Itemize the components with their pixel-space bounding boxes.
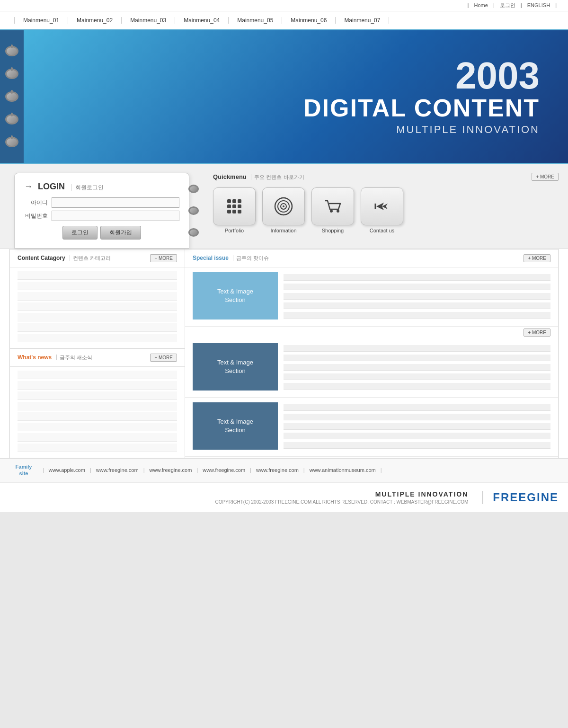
footer-left: MULTIPLE INNOVATION COPYRIGHT(C) 2002-20… <box>9 490 468 505</box>
sep4-icon: | <box>555 2 557 8</box>
information-icon-item[interactable]: Information <box>262 187 305 233</box>
family-link-5[interactable]: www.freegine.com <box>256 467 299 473</box>
top-bar: | Home | 로그인 | ENGLISH | <box>0 0 568 11</box>
nav-item-7[interactable]: Mainmenu_07 <box>336 17 389 24</box>
family-sep-icon: | <box>196 467 198 473</box>
nav-item-6[interactable]: Mainmenu_06 <box>282 17 336 24</box>
nav-item-4[interactable]: Mainmenu_04 <box>175 17 229 24</box>
text-line <box>284 414 550 420</box>
text-line <box>284 364 550 371</box>
login-label: LOGIN <box>38 182 65 191</box>
text-image-box-3: Text & ImageSection <box>193 402 278 450</box>
ring-5 <box>5 137 18 147</box>
ring-1 <box>5 46 18 56</box>
login-button[interactable]: 로그인 <box>62 226 98 240</box>
family-link-3[interactable]: www.freegine.com <box>150 467 192 473</box>
list-item <box>18 271 177 280</box>
whats-news-label: What's news <box>18 354 52 361</box>
nav-item-2[interactable]: Mainmenu_02 <box>68 17 122 24</box>
family-link-2[interactable]: www.freegine.com <box>96 467 139 473</box>
english-link[interactable]: ENGLISH <box>527 2 550 8</box>
login-quick-row: → LOGIN 회원로그인 아이디 비밀번호 로그인 회원가입 <box>0 164 568 249</box>
text-image-row-2: Text & ImageSection <box>185 338 558 398</box>
contact-label: Contact us <box>370 228 395 233</box>
pw-label: 비밀번호 <box>24 212 48 220</box>
text-line <box>284 423 550 430</box>
portfolio-label: Portfolio <box>225 228 244 233</box>
list-item <box>18 371 177 379</box>
content-category-title: Content Catagory 컨텐츠 카테고리 <box>18 255 111 262</box>
quick-icons: Portfolio Information <box>213 187 559 233</box>
list-item <box>18 292 177 301</box>
quickmenu-more-button[interactable]: + MORE <box>532 173 559 181</box>
text-image-box-1: Text & ImageSection <box>193 272 278 320</box>
list-item <box>18 433 177 442</box>
login-rings <box>186 173 201 248</box>
content-category-korean: 컨텐츠 카테고리 <box>70 255 111 261</box>
portfolio-icon-item[interactable]: Portfolio <box>213 187 256 233</box>
family-site-bar: Familysite | www.apple.com | www.freegin… <box>0 458 568 482</box>
shopping-icon-item[interactable]: Shopping <box>311 187 354 233</box>
text-line <box>284 404 550 411</box>
svg-rect-1 <box>232 199 236 203</box>
list-item <box>18 334 177 342</box>
id-input[interactable] <box>52 197 179 208</box>
second-more-button[interactable]: + MORE <box>524 328 550 337</box>
content-border: Content Catagory 컨텐츠 카테고리 + MORE <box>9 249 559 458</box>
family-sep-icon: | <box>303 467 305 473</box>
text-line <box>284 355 550 361</box>
list-item <box>18 323 177 332</box>
content-category-more-button[interactable]: + MORE <box>150 254 177 262</box>
contact-icon-item[interactable]: Contact us <box>361 187 403 233</box>
second-more-row: + MORE <box>185 327 558 338</box>
footer-brand: MULTIPLE INNOVATION <box>9 490 468 498</box>
text-line <box>284 284 550 290</box>
login-buttons: 로그인 회원가입 <box>24 226 179 240</box>
text-line <box>284 442 550 449</box>
small-ring-1 <box>188 185 199 193</box>
list-item <box>18 423 177 431</box>
family-sep-icon: | <box>43 467 44 473</box>
family-link-1[interactable]: www.apple.com <box>49 467 85 473</box>
family-sep-icon: | <box>143 467 145 473</box>
family-link-6[interactable]: www.animationmuseum.com <box>310 467 376 473</box>
id-field: 아이디 <box>24 197 179 208</box>
svg-rect-8 <box>238 210 241 213</box>
nav-item-5[interactable]: Mainmenu_05 <box>229 17 282 24</box>
nav-item-1[interactable]: Mainmenu_01 <box>14 17 68 24</box>
login-korean: 회원로그인 <box>71 184 104 191</box>
quickmenu-label: Quickmenu <box>213 173 247 180</box>
special-issue-korean: 금주의 핫이슈 <box>233 255 269 261</box>
register-button[interactable]: 회원가입 <box>100 226 141 240</box>
svg-rect-0 <box>227 199 231 203</box>
svg-point-13 <box>330 210 333 213</box>
quickmenu-korean: 주요 컨텐츠 바로가기 <box>251 174 304 180</box>
quick-title: Quickmenu 주요 컨텐츠 바로가기 <box>213 173 304 181</box>
ring-2 <box>5 69 18 79</box>
contact-icon-box <box>361 187 403 225</box>
special-issue-header: Special issue 금주의 핫이슈 + MORE <box>185 249 558 267</box>
list-item <box>18 282 177 290</box>
whats-news-list <box>10 367 185 458</box>
login-link[interactable]: 로그인 <box>500 2 515 8</box>
text-line <box>284 345 550 352</box>
small-ring-3 <box>188 228 199 237</box>
text-line <box>284 383 550 390</box>
nav-item-3[interactable]: Mainmenu_03 <box>122 17 175 24</box>
content-wrapper: Content Catagory 컨텐츠 카테고리 + MORE <box>9 249 559 458</box>
whats-news-korean: 금주의 새소식 <box>56 355 92 360</box>
text-image-row-1: Text & ImageSection <box>185 267 558 327</box>
home-link[interactable]: Home <box>474 2 488 8</box>
pw-input[interactable] <box>52 211 179 221</box>
family-sep-icon: | <box>90 467 91 473</box>
quick-header: Quickmenu 주요 컨텐츠 바로가기 + MORE <box>213 173 559 181</box>
shopping-label: Shopping <box>322 228 344 233</box>
content-category-list <box>10 267 185 348</box>
special-issue-more-button[interactable]: + MORE <box>524 254 550 262</box>
family-link-4[interactable]: www.freegine.com <box>203 467 245 473</box>
login-title: → LOGIN 회원로그인 <box>24 182 179 192</box>
ring-3 <box>5 91 18 102</box>
portfolio-icon-box <box>213 187 256 225</box>
svg-point-14 <box>337 210 339 213</box>
whats-news-more-button[interactable]: + MORE <box>150 354 177 362</box>
